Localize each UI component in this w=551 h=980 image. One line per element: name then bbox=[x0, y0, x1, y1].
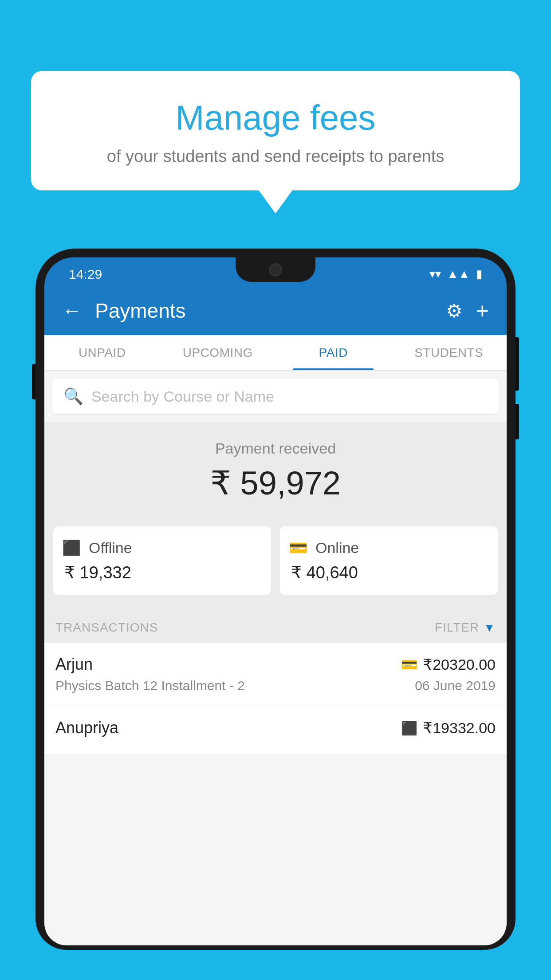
payment-received-label: Payment received bbox=[44, 440, 507, 457]
payment-cards: ⬛ Offline ₹ 19,332 💳 Online ₹ 40,640 bbox=[44, 515, 507, 608]
table-row[interactable]: Anupriya ⬛ ₹19332.00 bbox=[44, 706, 507, 755]
tab-unpaid[interactable]: UNPAID bbox=[44, 335, 160, 370]
offline-card-top: ⬛ Offline bbox=[62, 539, 262, 557]
toolbar-title: Payments bbox=[95, 299, 433, 323]
offline-icon: ⬛ bbox=[62, 539, 81, 557]
transactions-header: TRANSACTIONS FILTER ▼ bbox=[44, 608, 507, 643]
gear-icon[interactable]: ⚙ bbox=[446, 300, 463, 322]
tab-paid[interactable]: PAID bbox=[276, 335, 391, 370]
phone-wrapper: 14:29 ▾▾ ▲▲ ▮ ← Payments ⚙ + UNPAID bbox=[35, 249, 516, 980]
transaction-amount-wrap: 💳 ₹20320.00 bbox=[401, 656, 496, 673]
online-label: Online bbox=[315, 539, 359, 557]
transaction-amount-wrap-2: ⬛ ₹19332.00 bbox=[401, 719, 496, 737]
add-button[interactable]: + bbox=[476, 298, 489, 324]
transaction-row-top: Arjun 💳 ₹20320.00 bbox=[55, 655, 496, 674]
transaction-row-bottom: Physics Batch 12 Installment - 2 06 June… bbox=[55, 678, 496, 693]
app-toolbar: ← Payments ⚙ + bbox=[44, 286, 507, 335]
bubble-title: Manage fees bbox=[53, 98, 498, 138]
table-row[interactable]: Arjun 💳 ₹20320.00 Physics Batch 12 Insta… bbox=[44, 643, 507, 706]
online-amount: ₹ 40,640 bbox=[289, 563, 489, 582]
wifi-icon: ▾▾ bbox=[429, 267, 441, 281]
transaction-date: 06 June 2019 bbox=[415, 678, 496, 693]
status-icons: ▾▾ ▲▲ ▮ bbox=[429, 267, 482, 281]
online-card-top: 💳 Online bbox=[289, 539, 489, 557]
speech-bubble: Manage fees of your students and send re… bbox=[31, 71, 520, 190]
back-button[interactable]: ← bbox=[62, 300, 82, 322]
search-bar[interactable]: 🔍 Search by Course or Name bbox=[52, 379, 499, 414]
transaction-amount: ₹20320.00 bbox=[423, 656, 496, 673]
phone-notch bbox=[236, 257, 315, 282]
tab-students[interactable]: STUDENTS bbox=[391, 335, 507, 370]
transaction-course: Physics Batch 12 Installment - 2 bbox=[55, 678, 245, 693]
payment-received-amount: ₹ 59,972 bbox=[44, 464, 507, 502]
search-placeholder: Search by Course or Name bbox=[91, 388, 274, 405]
transaction-name: Arjun bbox=[55, 655, 93, 674]
transaction-row-top-2: Anupriya ⬛ ₹19332.00 bbox=[55, 719, 496, 737]
tab-upcoming[interactable]: UPCOMING bbox=[160, 335, 276, 370]
power-button bbox=[516, 337, 519, 391]
transaction-list: Arjun 💳 ₹20320.00 Physics Batch 12 Insta… bbox=[44, 643, 507, 755]
filter-button[interactable]: FILTER ▼ bbox=[435, 620, 496, 635]
online-icon: 💳 bbox=[289, 539, 307, 557]
offline-card: ⬛ Offline ₹ 19,332 bbox=[53, 526, 271, 595]
card-payment-icon: 💳 bbox=[401, 657, 417, 672]
transactions-label: TRANSACTIONS bbox=[55, 620, 158, 635]
filter-label: FILTER bbox=[435, 620, 479, 635]
payment-received-section: Payment received ₹ 59,972 bbox=[44, 422, 507, 515]
transaction-name-2: Anupriya bbox=[55, 719, 118, 737]
volume-down-button bbox=[516, 404, 519, 439]
signal-icon: ▲▲ bbox=[447, 267, 470, 281]
tabs-bar: UNPAID UPCOMING PAID STUDENTS bbox=[44, 335, 507, 371]
offline-amount: ₹ 19,332 bbox=[62, 563, 262, 582]
filter-icon: ▼ bbox=[484, 621, 496, 635]
bubble-subtitle: of your students and send receipts to pa… bbox=[53, 147, 498, 166]
search-icon: 🔍 bbox=[63, 387, 83, 406]
app-screen: ← Payments ⚙ + UNPAID UPCOMING PAID STUD… bbox=[44, 286, 507, 945]
volume-button bbox=[32, 364, 35, 399]
transaction-amount-2: ₹19332.00 bbox=[423, 719, 496, 737]
status-time: 14:29 bbox=[69, 267, 102, 282]
online-card: 💳 Online ₹ 40,640 bbox=[280, 526, 498, 595]
phone-frame: 14:29 ▾▾ ▲▲ ▮ ← Payments ⚙ + UNPAID bbox=[35, 249, 516, 950]
offline-label: Offline bbox=[89, 539, 132, 557]
battery-icon: ▮ bbox=[476, 267, 482, 281]
offline-payment-icon: ⬛ bbox=[401, 720, 417, 736]
front-camera bbox=[269, 263, 282, 277]
